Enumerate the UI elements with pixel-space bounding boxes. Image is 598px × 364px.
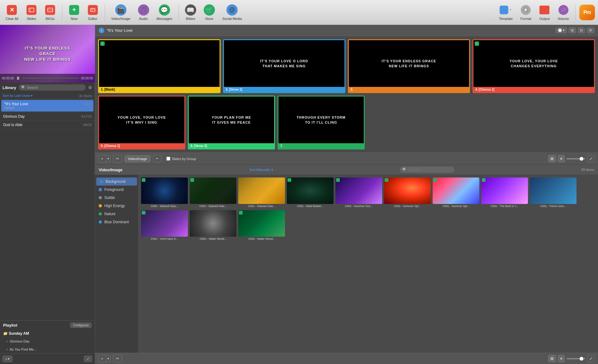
thumbnail-item[interactable]: CMG - Vivid Haze D... (141, 210, 188, 241)
thumbnail-item[interactable]: CMG - Summer Spl... (433, 177, 479, 208)
social-media-icon: @ (226, 4, 238, 16)
table-icon: ⊟ (580, 28, 583, 32)
vi-grid-view-button[interactable]: ⊞ (548, 355, 556, 362)
bibles-button[interactable]: 📖 Bibles (183, 2, 199, 22)
thumbnail-item[interactable]: CMG - Trend Lines... (530, 177, 577, 208)
slides-by-group-checkbox[interactable] (166, 157, 170, 161)
thumbnail-item[interactable]: CMG - Summer Oce... (335, 177, 382, 208)
expand-library-button[interactable]: ⤢ (84, 356, 92, 362)
slide-card[interactable]: THROUGH EVERY STORMTO IT I'LL CLING 7. (278, 96, 365, 149)
vi-list-view-button[interactable]: ≡ (558, 355, 565, 362)
thumbnail-item[interactable]: CMG - Summer Spl... (384, 177, 431, 208)
template-button[interactable]: ▼ Template (496, 2, 515, 22)
playlist-title: Playlist (3, 323, 17, 328)
category-item-foreground[interactable]: Foreground (95, 186, 138, 194)
vi-expand-button[interactable]: ⤢ (587, 355, 595, 362)
playlist-item[interactable]: ▪ Glorious Day (0, 337, 95, 345)
category-item-subtle[interactable]: Subtle (95, 194, 138, 202)
thumbnail-item[interactable]: CMG - Stained Glas... (238, 177, 285, 208)
vi-search-input[interactable] (408, 168, 452, 172)
category-item-high-energy[interactable]: High Energy (95, 202, 138, 210)
sort-by-button[interactable]: Sort by Last Used ▾ (2, 94, 33, 98)
video-image-label: Video/Image (111, 17, 131, 21)
library-settings-button[interactable]: ⚙ (88, 85, 92, 90)
song-title-area: i *It's Your Love (99, 28, 133, 33)
new-button[interactable]: + New (66, 2, 82, 22)
library-item[interactable]: Glorious Day 4/17/19 (0, 112, 95, 121)
messages-button[interactable]: 💬 Messages (154, 2, 175, 22)
slide-card[interactable]: ▪ YOUR LOVE, YOUR LOVECHANGES EVERYTHING… (472, 39, 595, 93)
playlist-item-name: As You Find Me... (10, 347, 36, 351)
vi-add-button[interactable]: + (98, 355, 106, 362)
thumbnails-grid: CMG - Stained Glas... CMG - Stained Glas… (139, 175, 598, 353)
vi-title: Video/Image (99, 168, 122, 172)
playlist-folder[interactable]: 📁 Sunday AM (0, 330, 95, 337)
slide-preview: ▪ YOUR LOVE, YOUR LOVECHANGES EVERYTHING (473, 40, 594, 87)
vi-zoom-slider[interactable] (567, 358, 585, 359)
thumbnail-item[interactable]: CMG - Water Wond... (238, 210, 285, 241)
thumbnail-label: CMG - Trend Lines... (530, 204, 577, 208)
clear-all-icon: ✕ (7, 5, 17, 15)
new-label: New (71, 17, 78, 21)
audio-button[interactable]: 🎵 Audio (135, 2, 152, 22)
output-button[interactable]: Output (536, 2, 553, 22)
scissors-button[interactable]: ✂ (113, 155, 122, 163)
category-item-background[interactable]: Background (96, 177, 137, 186)
library-search-input[interactable] (27, 86, 83, 89)
vi-search-box[interactable]: 🔍 (400, 167, 454, 173)
social-media-button[interactable]: @ Social Media (220, 2, 244, 22)
editor-button[interactable]: Editor (85, 2, 101, 22)
video-image-tab[interactable]: Video/Image (125, 155, 151, 162)
thumbnail-item[interactable]: CMG - The Best Is Y... (481, 177, 528, 208)
zoom-slider[interactable] (567, 158, 585, 159)
table-view-button[interactable]: ⊟ (578, 27, 585, 33)
vi-sort-button[interactable]: Sort Manually ▾ (249, 168, 273, 172)
vi-zoom-thumb[interactable] (580, 357, 583, 361)
contiguous-button[interactable]: Contiguous (70, 323, 92, 328)
thumbnail-item[interactable]: CMG - Steel Bokeh... (287, 177, 334, 208)
add-slide-button[interactable]: + (98, 155, 106, 163)
format-button[interactable]: Format (518, 2, 534, 22)
slide-card[interactable]: IT'S YOUR ENDLESS GRACENEW LIFE IT BRING… (348, 39, 470, 93)
zoom-thumb[interactable] (580, 157, 583, 161)
thumbnail-item[interactable]: CMG - Stained Glas... (190, 177, 236, 208)
thumbnail-item[interactable]: CMG - Water Wond... (190, 210, 236, 241)
clock-button[interactable]: 🕐▾ (556, 27, 567, 33)
library-item-name: God Is Able (3, 123, 22, 127)
slide-card[interactable]: ▪ 1. [Blank] (98, 39, 221, 93)
store-button[interactable]: 🛒 Store (201, 2, 217, 22)
play-pause-button[interactable]: ⏸ (16, 76, 20, 81)
tab-scissors-button[interactable]: ✂ (153, 155, 161, 162)
format-icon (521, 5, 531, 15)
video-image-button[interactable]: 🎬 Video/Image (109, 2, 133, 22)
vi-scissors-button[interactable]: ✂ (113, 355, 122, 362)
volume-button[interactable]: 🔊 Volume (555, 2, 572, 22)
library-search-box[interactable]: 🔍 (19, 84, 86, 91)
bkgs-button[interactable]: BKGs (42, 2, 58, 22)
slide-card[interactable]: YOUR LOVE, YOUR LOVEIT'S WHY I SING 5. [… (98, 96, 185, 149)
category-item-nature[interactable]: Nature (95, 210, 138, 218)
library-item-name: *It's Your Love (4, 102, 28, 106)
expand-button[interactable]: ⤢ (587, 155, 595, 162)
volume-label: Volume (558, 17, 569, 21)
playlist-item[interactable]: ▪ As You Find Me... (0, 345, 95, 353)
settings-song-button[interactable]: ⚙ (587, 27, 594, 33)
add-item-button[interactable]: + ▾ (2, 356, 12, 362)
clear-all-button[interactable]: ✕ Clear All (3, 2, 21, 22)
vi-add-arrow[interactable]: ▾ (106, 355, 111, 362)
grid-view-button[interactable]: ⊞ (548, 155, 556, 162)
slide-card[interactable]: YOUR PLAN FOR MEIT GIVES ME PEACE 6. [Ve… (188, 96, 275, 149)
list-view-button[interactable]: ≡ (558, 155, 565, 162)
add-slide-arrow[interactable]: ▾ (106, 155, 111, 162)
song-info-button[interactable]: i (99, 28, 104, 33)
library-item[interactable]: God Is Able 4/8/19 (0, 121, 95, 129)
vi-header: Video/Image Sort Manually ▾ 🔍 99 Items (95, 165, 598, 175)
vi-toolbar-right: ⊞ ≡ ⤢ (548, 355, 595, 362)
slides-button[interactable]: Slides (23, 2, 40, 22)
thumbnail-item[interactable]: CMG - Stained Glas... (141, 177, 188, 208)
library-item[interactable]: *It's Your Love Today Default (1, 100, 93, 112)
grid-arrange-button[interactable]: ⊞ (569, 27, 576, 33)
progress-bar[interactable] (22, 78, 79, 79)
category-item-blue-dominant[interactable]: Blue Dominant (95, 218, 138, 226)
slide-card[interactable]: IT'S YOUR LOVE O LORDTHAT MAKES ME SING … (223, 39, 345, 93)
